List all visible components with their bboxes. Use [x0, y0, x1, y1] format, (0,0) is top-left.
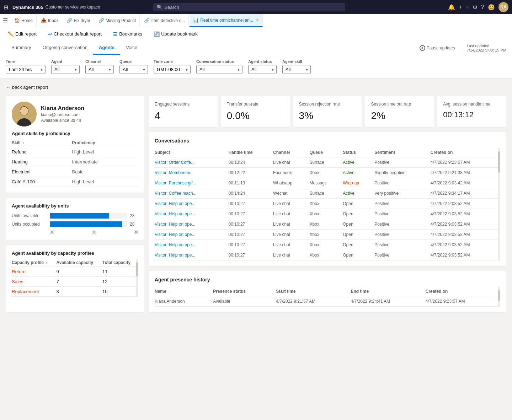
conv-subject[interactable]: Visitor: Help on ope...	[155, 250, 229, 260]
presence-table: Name ↑ Presence status Start time End ti…	[155, 287, 500, 307]
capacity-available: 9	[57, 267, 102, 277]
conv-channel: Live chat	[273, 250, 309, 260]
help-icon[interactable]: ?	[481, 4, 484, 10]
filter-conv-status-label: Conversation status	[196, 59, 242, 64]
filter-agent-skill-select[interactable]: All	[282, 65, 311, 74]
settings-icon[interactable]: ⚙	[473, 4, 478, 11]
update-bookmark-button[interactable]: 🔄 Update bookmark	[151, 30, 200, 38]
filter-agent-skill: Agent skill All	[282, 59, 311, 74]
skill-proficiency: Basic	[72, 167, 138, 177]
conv-subject[interactable]: Visitor: Order Coffe...	[155, 157, 229, 167]
conv-sentiment: Positive	[374, 178, 431, 188]
tab-voice[interactable]: Voice	[120, 41, 143, 55]
metrics-row: Engaged sessions 4 Transfer out-rate 0.0…	[149, 96, 506, 128]
capacity-total: 10	[102, 287, 138, 297]
filter-channel-select[interactable]: All	[85, 65, 114, 74]
filter-time-select[interactable]: Last 24 hrs Last 7 days Last 30 days	[6, 65, 46, 74]
filter-agent: Agent All	[51, 59, 80, 74]
metric-value: 2%	[371, 110, 428, 122]
conv-subject[interactable]: Visitor: Help on ope...	[155, 239, 229, 250]
agent-photo	[12, 102, 37, 126]
edit-report-label: Edit report	[15, 31, 37, 37]
tab-itemdefective[interactable]: 🔗 Item defective o...	[140, 14, 189, 27]
conv-subject[interactable]: Visitor: Help on ope...	[155, 229, 229, 239]
conv-subject[interactable]: Visitor: Help on ope...	[155, 198, 229, 209]
pause-updates-button[interactable]: ⏸ Pause updates	[420, 45, 455, 51]
conv-handle-time: 00:10:27	[229, 239, 273, 250]
conversation-row: Visitor: Help on ope... 00:10:27 Live ch…	[155, 239, 500, 250]
bookmarks-button[interactable]: ☰ Bookmarks	[111, 30, 144, 38]
tab-realtimeomni[interactable]: 📊 Real time omnichannel an... ✕	[190, 14, 263, 27]
tab-home[interactable]: 🏠 Home	[11, 14, 37, 27]
edit-report-button[interactable]: ✏️ Edit report	[6, 30, 39, 38]
search-placeholder: Search	[165, 5, 179, 10]
conv-subject[interactable]: Visitor: Purchase gif...	[155, 178, 229, 188]
skills-section: Agent skills by proficiency Skill ↑ Prof…	[12, 131, 138, 187]
conv-handle-time: 00:10:27	[229, 229, 273, 239]
filter-agent-select[interactable]: All	[51, 65, 80, 74]
conv-subject[interactable]: Visitor: Coffee mach...	[155, 188, 229, 198]
report-tab-list: Summary Ongoing conversation Agents Voic…	[6, 41, 143, 55]
conv-handle-time: 00:12:22	[229, 167, 273, 178]
conv-status: Open	[343, 219, 374, 229]
tab-inbox[interactable]: 📥 Inbox	[37, 14, 62, 27]
tab-ongoing[interactable]: Ongoing conversation	[37, 41, 93, 55]
capacity-profile-col: Capacity profile ↑	[12, 259, 57, 267]
conv-status: Active	[343, 157, 374, 167]
add-icon[interactable]: +	[459, 4, 462, 10]
tab-bar-menu-icon[interactable]: ☰	[3, 17, 8, 24]
tab-missingproduct[interactable]: 🔗 Missing Product	[95, 14, 140, 27]
availability-units-card: Agent availability by units Units availa…	[6, 197, 144, 240]
conversation-row: Visitor: Help on ope... 00:10:27 Live ch…	[155, 209, 500, 219]
avatar[interactable]: KA	[498, 2, 508, 12]
tab-close-icon[interactable]: ✕	[256, 18, 259, 22]
filter-channel-wrapper: All	[85, 65, 114, 74]
back-agent-report-link[interactable]: ← back agent report	[6, 81, 506, 93]
conv-subject[interactable]: Visitor: Help on ope...	[155, 209, 229, 219]
metric-title: Session rejection rate	[299, 102, 356, 107]
tab-fixdryer[interactable]: 🔗 Fix dryer	[63, 14, 94, 27]
filter-queue-select[interactable]: All	[119, 65, 148, 74]
filter-icon[interactable]: ≡	[466, 4, 469, 10]
metric-value: 4	[155, 110, 212, 122]
filter-timezone-select[interactable]: GMT-08:00	[154, 65, 191, 74]
tab-agents[interactable]: Agents	[93, 41, 120, 55]
presence-sort-icon[interactable]: ↑	[168, 290, 170, 294]
conv-handle-time: 00:14:24	[229, 188, 273, 198]
filter-agent-status-wrapper: All	[248, 65, 277, 74]
link-icon-missingproduct: 🔗	[98, 18, 104, 23]
conv-status: Active	[343, 167, 374, 178]
capacity-profiles-card: Agent availability by capacity profiles …	[6, 244, 144, 313]
conv-sort-icon[interactable]: ↑	[172, 151, 174, 155]
capacity-profile-name[interactable]: Replacement	[12, 287, 57, 297]
bar-value: 28	[130, 222, 138, 227]
tab-fixdryer-label: Fix dryer	[74, 18, 90, 23]
tab-summary[interactable]: Summary	[6, 41, 37, 55]
checkout-report-button[interactable]: ↩ Checkout default report	[46, 30, 104, 38]
filter-queue: Queue All	[119, 59, 148, 74]
tab-itemdefective-label: Item defective o...	[151, 18, 185, 23]
conv-created-on: 4/7/2022 9:34:17 AM	[431, 188, 500, 198]
last-updated: Last updated 7/14/2022 5:08: 15 PM	[461, 44, 506, 52]
filter-agent-status-select[interactable]: All	[248, 65, 277, 74]
feedback-icon[interactable]: 😊	[488, 4, 495, 11]
presence-row: Kiana Anderson Available 4/7/2022 9:21:5…	[155, 296, 500, 306]
filter-conv-status-select[interactable]: All	[196, 65, 242, 74]
conv-handle-time: 00:11:13	[229, 178, 273, 188]
conversation-row: Visitor: Order Coffe... 00:13:24 Live ch…	[155, 157, 500, 167]
capacity-profile-name[interactable]: Sales	[12, 277, 57, 287]
search-box[interactable]: 🔍 Search	[153, 3, 345, 11]
bar-label: Units available	[12, 213, 47, 218]
conv-subject[interactable]: Visitor: Membershi...	[155, 167, 229, 178]
skill-sort-icon[interactable]: ↑	[22, 141, 24, 145]
link-icon-itemdefective: 🔗	[144, 18, 150, 23]
capacity-profile-name[interactable]: Return	[12, 267, 57, 277]
conv-subject[interactable]: Visitor: Help on ope...	[155, 219, 229, 229]
capacity-sort-icon[interactable]: ↑	[46, 261, 47, 265]
conv-channel: Facebook	[273, 167, 309, 178]
availability-bar-row: Units available 23	[12, 213, 138, 219]
app-grid-icon[interactable]: ⊞	[4, 4, 8, 11]
conv-queue: Xbox	[310, 167, 343, 178]
filter-agent-skill-wrapper: All	[282, 65, 311, 74]
notification-icon[interactable]: 🔔	[448, 4, 455, 11]
